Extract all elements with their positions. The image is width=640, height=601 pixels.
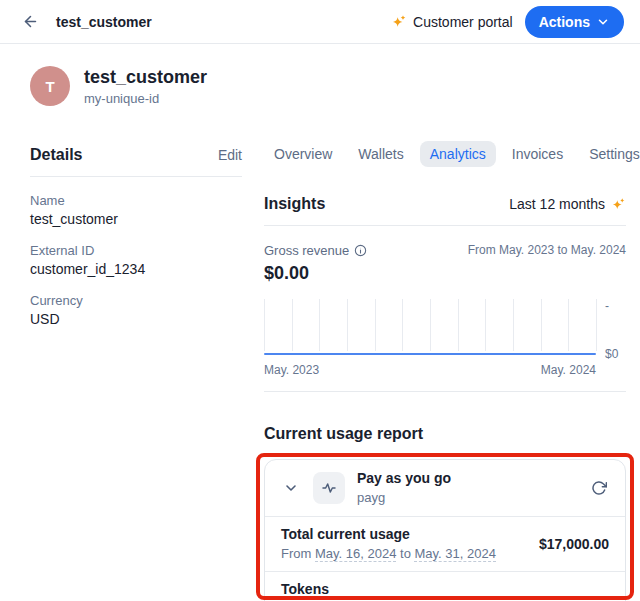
avatar: T — [30, 66, 70, 106]
range-prefix: From — [281, 546, 311, 561]
chart-gridline — [402, 299, 403, 351]
tab-analytics[interactable]: Analytics — [420, 141, 496, 167]
customer-name: test_customer — [84, 66, 207, 88]
field-value: test_customer — [30, 211, 242, 227]
chevron-down-icon — [596, 15, 610, 29]
gross-revenue-label: Gross revenue — [264, 243, 349, 258]
plan-code: payg — [357, 489, 577, 506]
total-usage-row: Total current usage From May. 16, 2024 t… — [265, 517, 625, 572]
info-icon[interactable] — [354, 244, 367, 257]
arrow-left-icon — [22, 13, 39, 30]
customer-portal-label: Customer portal — [413, 14, 513, 30]
revenue-date-range: From May. 2023 to May. 2024 — [468, 243, 626, 257]
gross-revenue-chart: May. 2023 May. 2024 - $0 — [264, 299, 626, 377]
topbar: test_customer Customer portal Actions — [0, 0, 640, 44]
field-value: customer_id_1234 — [30, 261, 242, 277]
customer-external-id: my-unique-id — [84, 91, 207, 106]
back-button[interactable] — [16, 8, 44, 36]
topbar-title: test_customer — [56, 14, 152, 30]
details-title: Details — [30, 146, 82, 164]
chart-plot-area: May. 2023 May. 2024 — [264, 299, 596, 377]
gross-revenue-value: $0.00 — [264, 263, 626, 284]
field-value: USD — [30, 311, 242, 327]
usage-card-wrapper: Pay as you go payg Total current usage — [264, 459, 626, 601]
detail-field-name: Name test_customer — [30, 193, 242, 227]
chart-y-axis: - $0 — [596, 299, 626, 357]
field-label: Name — [30, 193, 242, 208]
plan-header-row: Pay as you go payg — [265, 460, 625, 517]
field-label: Currency — [30, 293, 242, 308]
chart-gridline — [430, 299, 431, 351]
chart-gridline — [568, 299, 569, 351]
gross-revenue-label-row: Gross revenue — [264, 243, 367, 258]
details-panel: Details Edit Name test_customer External… — [30, 146, 242, 601]
actions-button[interactable]: Actions — [525, 6, 624, 38]
y-label-bottom: $0 — [605, 347, 626, 361]
chart-gridline — [264, 299, 265, 351]
refresh-icon — [591, 480, 607, 496]
range-date-from: May. 16, 2024 — [315, 546, 396, 562]
chart-gridline — [347, 299, 348, 351]
chart-gridline — [513, 299, 514, 351]
tab-invoices[interactable]: Invoices — [502, 141, 573, 167]
tab-bar: Overview Wallets Analytics Invoices Sett… — [264, 141, 626, 167]
customer-tabs-panel: Overview Wallets Analytics Invoices Sett… — [264, 146, 626, 601]
details-header: Details Edit — [30, 146, 242, 177]
insights-section: Insights Last 12 months Gross revenue Fr… — [264, 195, 626, 392]
chart-zero-line — [264, 353, 596, 355]
plan-icon — [313, 472, 345, 504]
range-conjunction: to — [400, 546, 411, 561]
main-content: Details Edit Name test_customer External… — [0, 106, 640, 601]
chart-gridlines — [264, 299, 596, 357]
chart-gridline — [596, 299, 597, 351]
y-label-top: - — [605, 299, 626, 313]
section-divider — [264, 391, 626, 392]
avatar-initial: T — [45, 78, 54, 95]
actions-label: Actions — [539, 14, 590, 30]
chart-gridline — [319, 299, 320, 351]
chart-gridline — [541, 299, 542, 351]
insights-header: Insights Last 12 months — [264, 195, 626, 226]
tab-overview[interactable]: Overview — [264, 141, 342, 167]
collapse-toggle[interactable] — [281, 478, 301, 498]
chart-gridline — [292, 299, 293, 351]
period-label: Last 12 months — [509, 196, 605, 212]
chart-gridline — [375, 299, 376, 351]
chart-x-axis: May. 2023 May. 2024 — [264, 363, 596, 377]
field-label: External ID — [30, 243, 242, 258]
x-label-start: May. 2023 — [264, 363, 319, 377]
tab-wallets[interactable]: Wallets — [348, 141, 413, 167]
tab-settings[interactable]: Settings — [579, 141, 640, 167]
chart-gridline — [458, 299, 459, 351]
chart-gridline — [485, 299, 486, 351]
gross-revenue-header: Gross revenue From May. 2023 to May. 202… — [264, 243, 626, 258]
detail-field-currency: Currency USD — [30, 293, 242, 327]
refresh-button[interactable] — [589, 478, 609, 498]
total-usage-amount: $17,000.00 — [539, 536, 609, 552]
customer-identity: test_customer my-unique-id — [84, 66, 207, 106]
x-label-end: May. 2024 — [541, 363, 596, 377]
period-selector[interactable]: Last 12 months — [509, 196, 626, 212]
sparkle-icon — [611, 197, 626, 212]
detail-field-external-id: External ID customer_id_1234 — [30, 243, 242, 277]
sparkle-icon — [391, 14, 407, 30]
usage-report-title: Current usage report — [264, 425, 626, 443]
customer-header: T test_customer my-unique-id — [0, 44, 640, 106]
activity-pulse-icon — [321, 480, 337, 496]
total-usage-label: Total current usage — [281, 526, 496, 543]
customer-portal-button[interactable]: Customer portal — [391, 14, 513, 30]
insights-title: Insights — [264, 195, 325, 213]
plan-texts: Pay as you go payg — [357, 470, 577, 506]
plan-name: Pay as you go — [357, 470, 577, 487]
total-usage-range: From May. 16, 2024 to May. 31, 2024 — [281, 545, 496, 562]
usage-item-row: Tokens openai_tokens — [265, 572, 625, 601]
range-date-to: May. 31, 2024 — [414, 546, 495, 562]
edit-button[interactable]: Edit — [218, 147, 242, 163]
total-usage-texts: Total current usage From May. 16, 2024 t… — [281, 526, 496, 562]
chevron-down-icon — [283, 480, 299, 496]
usage-item-name: Tokens — [281, 581, 609, 598]
usage-card: Pay as you go payg Total current usage — [264, 459, 626, 601]
